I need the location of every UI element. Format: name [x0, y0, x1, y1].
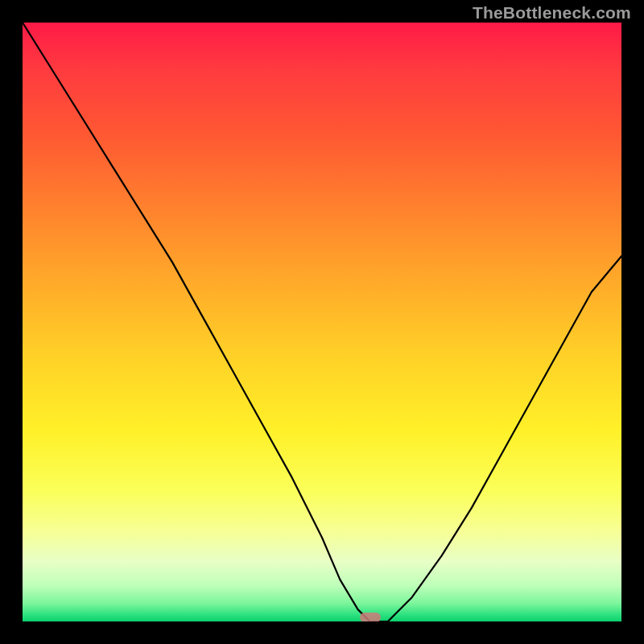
- watermark-label: TheBottleneck.com: [473, 3, 631, 23]
- plot-area: [23, 23, 621, 621]
- bottleneck-curve: [23, 23, 621, 621]
- optimal-marker: [360, 613, 381, 621]
- chart-frame: TheBottleneck.com: [0, 0, 644, 644]
